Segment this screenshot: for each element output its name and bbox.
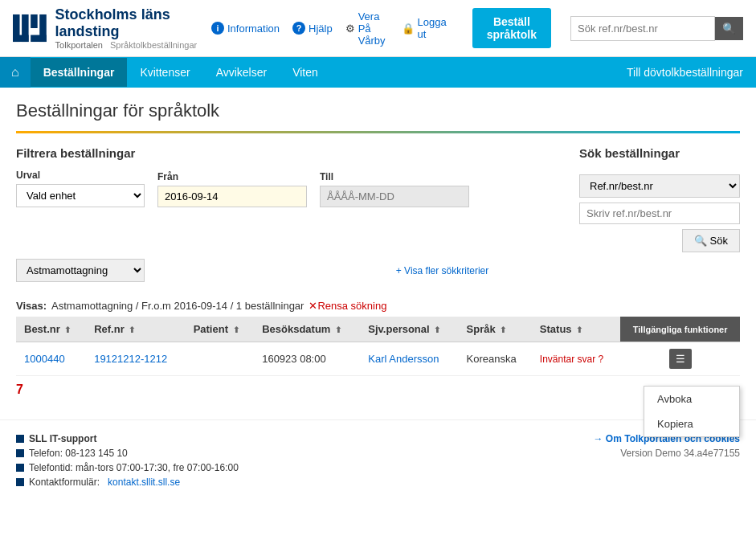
portal-name: Tolkportalen Språktolkbeställningar [55,40,211,50]
menu-item-avboka[interactable]: Avboka [644,387,739,411]
filter-section: Filtrera beställningar Urval Vald enhet … [0,133,756,295]
cell-sjv-personal: Karl Andersson [360,342,458,376]
cell-besoksdatum: 160923 08:00 [254,342,360,376]
version-text: Version Demo 34.a4e77155 [594,448,740,459]
visa-fler-link[interactable]: + Visa fler sökkriterier [396,265,488,276]
sort-arrow-sjv-personal: ⬆ [434,325,440,334]
nav-item-bestallningar[interactable]: Beställningar [31,58,128,87]
fran-group: Från [157,171,307,207]
logo-icon [13,12,47,44]
best-nr-link[interactable]: 1000440 [24,353,65,365]
till-group: Till [320,171,469,207]
svg-rect-3 [31,14,38,28]
search-orders-title: Sök beställningar [579,146,740,160]
help-icon: ? [292,22,305,35]
sort-arrow-patient: ⬆ [233,325,239,334]
results-bar: Visas: Astmamottagning / Fr.o.m 2016-09-… [0,295,756,317]
cell-best-nr: 1000440 [16,342,86,376]
th-status[interactable]: Status ⬆ [532,317,620,342]
contact-link[interactable]: kontakt.sllit.sll.se [108,477,180,488]
fran-label: Från [157,171,307,182]
contact-label-text: Kontaktformulär: [29,477,100,488]
cell-sprak: Koreanska [459,342,532,376]
nav-item-kvittenser[interactable]: Kvittenser [127,58,202,87]
info-link[interactable]: i Information [211,22,280,35]
logo-area: Stockholms läns landsting Tolkportalen S… [13,6,211,50]
rensa-link[interactable]: ✕Rensa sökning [309,300,386,312]
sort-arrow-ref-nr: ⬆ [129,325,135,334]
gear-icon: ⚙ [345,23,355,35]
nav-item-viten[interactable]: Viten [280,58,331,87]
menu-item-kopiera[interactable]: Kopiera [644,411,739,436]
footer: SLL IT-support Telefon: 08-123 145 10 Te… [0,419,756,501]
cell-status: Inväntar svar ? [532,342,620,376]
urval-select[interactable]: Vald enhet [16,184,145,207]
filter-bottom-row: Astmamottagning + Visa fler sökkriterier [16,259,740,282]
footer-phone: Telefon: 08-123 145 10 [16,448,239,459]
cell-ref-nr: 19121212-1212 [86,342,185,376]
th-functions: Tillgängliga funktioner [620,317,740,342]
search-button[interactable]: 🔍 [715,17,743,40]
search-right: Sök beställningar Ref.nr/best.nr 🔍 Sök [579,146,740,252]
table-row: 1000440 19121212-1212 160923 08:00 Karl … [16,342,740,376]
footer-left: SLL IT-support Telefon: 08-123 145 10 Te… [16,433,239,488]
svg-rect-2 [13,35,29,43]
lock-icon: 🔒 [402,23,415,35]
nav-bar-left: ⌂ Beställningar Kvittenser Avvikelser Vi… [0,57,331,88]
hours-text: Telefontid: mån-tors 07:00-17:30, fre 07… [29,462,239,473]
footer-bullet-3 [16,464,24,472]
visas-label: Visas: [16,300,47,312]
svg-rect-5 [31,35,47,43]
visas-value: Astmamottagning / Fr.o.m 2016-09-14 / 1 … [51,300,304,312]
dovtolk-link[interactable]: Till dövtolkbeställningar [614,58,756,87]
home-nav-item[interactable]: ⌂ [0,57,31,88]
second-select-area: Astmamottagning [16,259,145,282]
fran-input[interactable] [157,186,307,207]
nav-bar: ⌂ Beställningar Kvittenser Avvikelser Vi… [0,57,756,88]
search-btn[interactable]: 🔍 Sök [682,229,740,252]
filter-row-header: Filtrera beställningar Urval Vald enhet … [16,146,740,252]
page-number: 7 [0,376,756,403]
search-type-select[interactable]: Ref.nr/best.nr [579,174,740,198]
th-sprak[interactable]: Språk ⬆ [459,317,532,342]
search-ref-input[interactable] [579,203,740,224]
sort-arrow-besoksdatum: ⬆ [335,325,341,334]
sort-arrow-best-nr: ⬆ [64,325,71,334]
func-menu-button[interactable]: ☰ [669,349,692,369]
logout-link[interactable]: 🔒 Logga ut [402,16,447,40]
th-besoksdatum[interactable]: Besöksdatum ⬆ [254,317,360,342]
filter-controls: Urval Vald enhet Från Till [16,170,469,207]
till-label: Till [320,171,469,182]
th-sjv-personal[interactable]: Sjv.personal ⬆ [360,317,458,342]
filter-title: Filtrera beställningar [16,146,469,160]
filter-left: Filtrera beställningar Urval Vald enhet … [16,146,469,207]
bestall-button[interactable]: Beställ språktolk [472,8,551,48]
sort-arrow-status: ⬆ [576,325,582,334]
footer-contact: Kontaktformulär: kontakt.sllit.sll.se [16,477,239,488]
footer-bullet-1 [16,435,24,443]
search-input[interactable] [570,16,715,41]
urval-group: Urval Vald enhet [16,170,145,207]
help-link[interactable]: ? Hjälp [292,22,333,35]
search-top: 🔍 [570,16,743,41]
info-icon: i [211,22,224,35]
vera-link[interactable]: ⚙ Vera På Vårby [345,10,389,47]
footer-hours: Telefontid: mån-tors 07:00-17:30, fre 07… [16,462,239,473]
nav-item-avvikelser[interactable]: Avvikelser [203,58,280,87]
th-best-nr[interactable]: Best.nr ⬆ [16,317,86,342]
second-select[interactable]: Astmamottagning [16,259,145,282]
page-title-area: Beställningar för språktolk [0,88,756,125]
orders-table: Best.nr ⬆ Ref.nr ⬆ Patient ⬆ Besöksdatum… [16,317,740,376]
th-patient[interactable]: Patient ⬆ [186,317,255,342]
th-ref-nr[interactable]: Ref.nr ⬆ [86,317,185,342]
footer-bullet-2 [16,449,24,457]
page-title: Beställningar för språktolk [16,100,740,121]
urval-label: Urval [16,170,145,181]
top-header: Stockholms läns landsting Tolkportalen S… [0,0,756,57]
table-header-row: Best.nr ⬆ Ref.nr ⬆ Patient ⬆ Besöksdatum… [16,317,740,342]
sort-arrow-sprak: ⬆ [500,325,506,334]
till-input[interactable] [320,186,469,207]
dropdown-menu: Avboka Kopiera [644,386,740,437]
sjv-personal-link[interactable]: Karl Andersson [368,353,439,365]
ref-nr-link[interactable]: 19121212-1212 [94,353,167,365]
